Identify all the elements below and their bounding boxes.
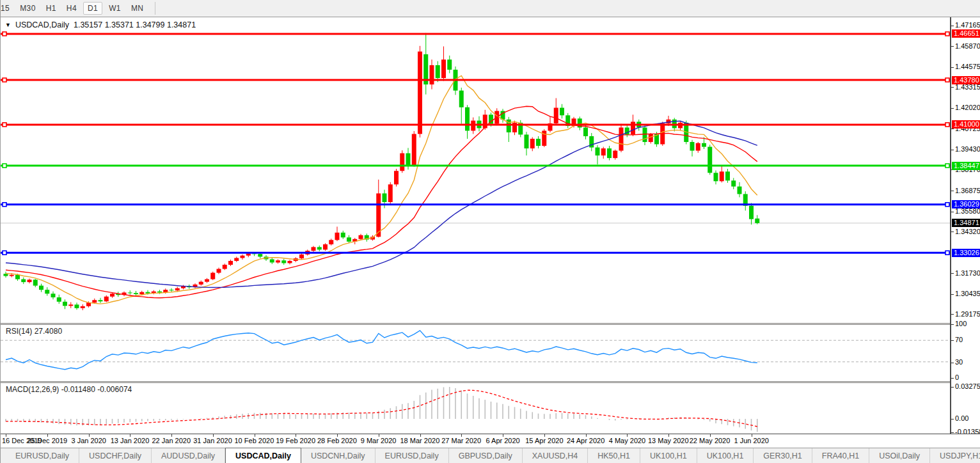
- candle-body: [68, 304, 73, 306]
- candle-body: [234, 258, 239, 261]
- candle-body: [57, 297, 61, 302]
- rsi-indicator-label: RSI(14) 27.4080: [6, 327, 62, 336]
- price-tick-label: 1.47165: [955, 21, 980, 29]
- timeframe-button-h4[interactable]: H4: [63, 2, 81, 15]
- candle-body: [63, 302, 67, 306]
- line-handle[interactable]: [3, 251, 6, 255]
- symbol-tab-usdjpy-h1[interactable]: USDJPY,H1: [930, 448, 980, 463]
- candle-body: [312, 247, 316, 251]
- candle-body: [707, 147, 712, 173]
- macd-tick-label: 0.032754: [955, 382, 980, 390]
- macd-panel[interactable]: [1, 383, 950, 434]
- timeframe-button-15[interactable]: 15: [0, 2, 13, 15]
- timeframe-button-m30[interactable]: M30: [16, 2, 40, 15]
- candle-body: [554, 108, 558, 123]
- date-axis[interactable]: 16 Dec 201925 Dec 20193 Jan 202013 Jan 2…: [1, 434, 980, 448]
- symbol-tab-eurusd-daily[interactable]: EURUSD,Daily: [6, 448, 79, 463]
- candle-body: [299, 255, 304, 258]
- date-label: 22 May 2020: [690, 437, 731, 444]
- symbol-tab-eurusd-daily[interactable]: EURUSD,Daily: [375, 448, 449, 463]
- line-handle[interactable]: [945, 32, 949, 36]
- symbol-tab-usoil-daily[interactable]: USOil,Daily: [869, 448, 930, 463]
- line-handle[interactable]: [3, 78, 6, 82]
- line-handle[interactable]: [945, 78, 949, 82]
- candle-body: [33, 279, 38, 285]
- candle-body: [210, 273, 215, 279]
- date-label: 10 Feb 2020: [235, 437, 274, 444]
- line-handle[interactable]: [945, 203, 949, 207]
- price-tick-mark: [951, 273, 954, 274]
- line-handle[interactable]: [3, 32, 6, 36]
- candle-body: [430, 65, 434, 84]
- candle-body: [376, 193, 381, 237]
- macd-tick-mark: [951, 419, 954, 420]
- candle-body: [10, 275, 14, 276]
- candle-body: [725, 171, 730, 180]
- candle-body: [335, 233, 340, 240]
- timeframe-button-mn[interactable]: MN: [127, 2, 147, 15]
- candle-body: [714, 173, 718, 181]
- price-tick-label: 1.39430: [955, 145, 980, 153]
- price-axis[interactable]: 1.471651.458701.445751.433151.420201.407…: [950, 17, 980, 434]
- candle-body: [341, 233, 345, 238]
- price-tick-label: 1.30435: [955, 290, 980, 297]
- candle-body: [394, 171, 399, 184]
- candle-body: [749, 206, 754, 219]
- line-handle[interactable]: [3, 164, 6, 168]
- line-handle[interactable]: [3, 123, 6, 127]
- symbol-tab-hk50-h1[interactable]: HK50,H1: [588, 448, 640, 463]
- line-handle[interactable]: [945, 123, 949, 127]
- line-handle[interactable]: [945, 164, 949, 168]
- line-handle[interactable]: [3, 203, 6, 207]
- price-tick-mark: [951, 191, 954, 191]
- toolbar-separator: [155, 2, 155, 15]
- chart-region: ▼ USDCAD,Daily 1.35157 1.35371 1.34799 1…: [1, 17, 980, 434]
- date-label: 22 Jan 2020: [152, 437, 191, 444]
- symbol-tab-audusd-daily[interactable]: AUDUSD,Daily: [152, 448, 225, 463]
- symbol-tab-uk100-h1[interactable]: UK100,H1: [697, 448, 754, 463]
- symbol-tab-ger30-h1[interactable]: GER30,H1: [754, 448, 812, 463]
- rsi-panel[interactable]: [1, 325, 950, 381]
- line-handle[interactable]: [945, 251, 949, 255]
- price-tick-label: 1.29175: [955, 310, 980, 318]
- date-label: 1 Jun 2020: [734, 437, 769, 444]
- symbol-tab-uk100-h1[interactable]: UK100,H1: [640, 448, 697, 463]
- macd-tick-label: 0.00: [955, 414, 968, 422]
- price-tick-label: 1.36875: [955, 187, 980, 194]
- date-label: 19 Feb 2020: [276, 437, 315, 444]
- candle-body: [613, 151, 617, 159]
- symbol-tab-usdcnh-daily[interactable]: USDCNH,Daily: [301, 448, 375, 463]
- rsi-tick-label: 0: [955, 373, 959, 381]
- symbol-tab-usdchf-daily[interactable]: USDCHF,Daily: [79, 448, 152, 463]
- macd-tick-mark: [951, 432, 954, 433]
- symbol-tab-xauusd-h4[interactable]: XAUUSD,H4: [523, 448, 589, 463]
- candle-body: [643, 127, 647, 142]
- rsi-tick-label: 30: [955, 358, 963, 366]
- timeframe-button-d1[interactable]: D1: [83, 2, 102, 15]
- timeframe-button-w1[interactable]: W1: [105, 2, 125, 15]
- symbol-tab-bar: EURUSD,DailyUSDCHF,DailyAUDUSD,DailyUSDC…: [1, 448, 980, 463]
- symbol-tab-gbpusd-daily[interactable]: GBPUSD,Daily: [449, 448, 523, 463]
- candle-body: [720, 171, 724, 181]
- candle-body: [205, 279, 209, 282]
- symbol-tab-usdcad-daily[interactable]: USDCAD,Daily: [225, 448, 301, 463]
- candle-body: [447, 59, 452, 70]
- price-tick-mark: [951, 169, 954, 170]
- price-badge-1.36029: 1.36029: [952, 200, 980, 208]
- symbol-tab-fra40-h1[interactable]: FRA40,H1: [812, 448, 869, 463]
- date-label: 9 Mar 2020: [361, 437, 397, 444]
- chart-symbol-label: USDCAD,Daily: [15, 20, 69, 29]
- price-tick-mark: [951, 26, 954, 26]
- timeframe-button-h1[interactable]: H1: [42, 2, 60, 15]
- candle-body: [465, 107, 470, 131]
- candle-body: [755, 219, 759, 223]
- price-tick-label: 1.42020: [955, 104, 980, 111]
- candle-body: [418, 52, 422, 134]
- candle-body: [157, 292, 162, 293]
- candle-body: [607, 148, 612, 158]
- collapse-triangle-icon[interactable]: ▼: [5, 22, 11, 28]
- candle-body: [406, 153, 411, 166]
- main-price-chart[interactable]: [1, 18, 950, 323]
- candle-body: [223, 265, 227, 269]
- price-tick-label: 1.44575: [955, 63, 980, 70]
